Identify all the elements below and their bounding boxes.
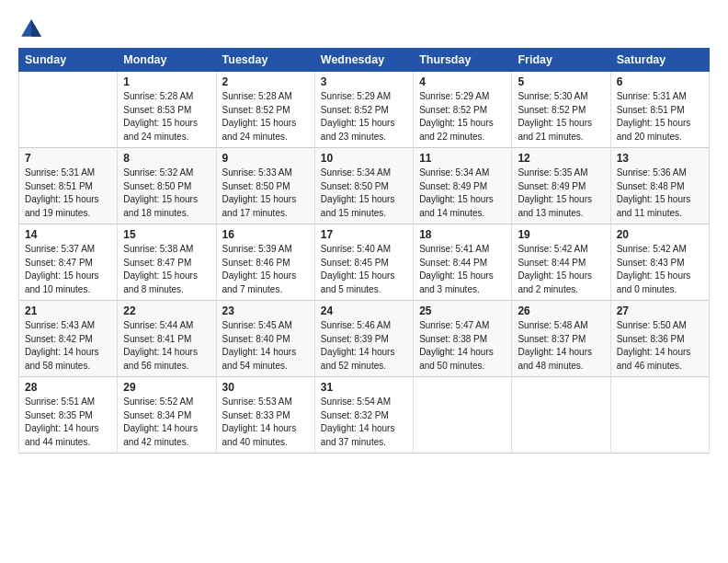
- day-number: 9: [222, 152, 309, 165]
- calendar-cell: 18Sunrise: 5:41 AM Sunset: 8:44 PM Dayli…: [414, 224, 512, 301]
- calendar-cell: 31Sunrise: 5:54 AM Sunset: 8:32 PM Dayli…: [314, 377, 413, 454]
- calendar-cell: 10Sunrise: 5:34 AM Sunset: 8:50 PM Dayli…: [314, 148, 413, 224]
- day-info: Sunrise: 5:36 AM Sunset: 8:48 PM Dayligh…: [617, 167, 703, 220]
- day-info: Sunrise: 5:42 AM Sunset: 8:43 PM Dayligh…: [617, 243, 703, 296]
- calendar-cell: 3Sunrise: 5:29 AM Sunset: 8:52 PM Daylig…: [314, 72, 413, 148]
- calendar-header-row: SundayMondayTuesdayWednesdayThursdayFrid…: [19, 49, 710, 72]
- day-number: 27: [617, 304, 703, 317]
- day-info: Sunrise: 5:35 AM Sunset: 8:49 PM Dayligh…: [518, 167, 604, 220]
- day-number: 31: [321, 381, 407, 394]
- day-info: Sunrise: 5:34 AM Sunset: 8:50 PM Dayligh…: [321, 167, 407, 220]
- day-number: 15: [123, 228, 210, 241]
- day-info: Sunrise: 5:43 AM Sunset: 8:42 PM Dayligh…: [25, 319, 111, 373]
- day-info: Sunrise: 5:38 AM Sunset: 8:47 PM Dayligh…: [123, 243, 210, 296]
- header: [18, 17, 710, 42]
- day-number: 17: [321, 228, 407, 241]
- day-number: 29: [123, 381, 210, 394]
- day-info: Sunrise: 5:29 AM Sunset: 8:52 PM Dayligh…: [419, 90, 506, 144]
- day-info: Sunrise: 5:42 AM Sunset: 8:44 PM Dayligh…: [518, 243, 604, 296]
- day-info: Sunrise: 5:46 AM Sunset: 8:39 PM Dayligh…: [321, 319, 407, 373]
- calendar-cell: 15Sunrise: 5:38 AM Sunset: 8:47 PM Dayli…: [118, 224, 216, 301]
- calendar-cell: 14Sunrise: 5:37 AM Sunset: 8:47 PM Dayli…: [19, 224, 118, 301]
- day-number: 8: [123, 152, 210, 165]
- day-info: Sunrise: 5:32 AM Sunset: 8:50 PM Dayligh…: [123, 167, 210, 220]
- calendar-week-row: 21Sunrise: 5:43 AM Sunset: 8:42 PM Dayli…: [19, 301, 710, 377]
- calendar-cell: 28Sunrise: 5:51 AM Sunset: 8:35 PM Dayli…: [19, 377, 118, 454]
- calendar-cell: 21Sunrise: 5:43 AM Sunset: 8:42 PM Dayli…: [19, 301, 118, 377]
- day-number: 3: [321, 75, 407, 88]
- logo: [18, 17, 48, 42]
- calendar-table: SundayMondayTuesdayWednesdayThursdayFrid…: [18, 48, 710, 454]
- day-info: Sunrise: 5:31 AM Sunset: 8:51 PM Dayligh…: [617, 90, 703, 144]
- day-number: 7: [25, 152, 111, 165]
- calendar-week-row: 1Sunrise: 5:28 AM Sunset: 8:53 PM Daylig…: [19, 72, 710, 148]
- col-header-friday: Friday: [512, 49, 610, 72]
- day-number: 21: [25, 304, 111, 317]
- calendar-cell: [610, 377, 709, 454]
- day-number: 2: [222, 75, 309, 88]
- calendar-week-row: 7Sunrise: 5:31 AM Sunset: 8:51 PM Daylig…: [19, 148, 710, 224]
- col-header-sunday: Sunday: [19, 49, 118, 72]
- logo-icon: [18, 17, 44, 42]
- day-number: 10: [321, 152, 407, 165]
- day-number: 13: [617, 152, 703, 165]
- svg-marker-1: [31, 19, 41, 37]
- calendar-cell: 27Sunrise: 5:50 AM Sunset: 8:36 PM Dayli…: [610, 301, 709, 377]
- calendar-cell: 2Sunrise: 5:28 AM Sunset: 8:52 PM Daylig…: [216, 72, 314, 148]
- day-info: Sunrise: 5:41 AM Sunset: 8:44 PM Dayligh…: [419, 243, 506, 296]
- calendar-cell: 16Sunrise: 5:39 AM Sunset: 8:46 PM Dayli…: [216, 224, 314, 301]
- day-number: 19: [518, 228, 604, 241]
- day-number: 23: [222, 304, 309, 317]
- day-info: Sunrise: 5:54 AM Sunset: 8:32 PM Dayligh…: [321, 396, 407, 449]
- day-info: Sunrise: 5:51 AM Sunset: 8:35 PM Dayligh…: [25, 396, 111, 449]
- calendar-cell: 12Sunrise: 5:35 AM Sunset: 8:49 PM Dayli…: [512, 148, 610, 224]
- calendar-cell: 4Sunrise: 5:29 AM Sunset: 8:52 PM Daylig…: [414, 72, 512, 148]
- col-header-thursday: Thursday: [414, 49, 512, 72]
- page: SundayMondayTuesdayWednesdayThursdayFrid…: [0, 0, 728, 463]
- calendar-cell: 30Sunrise: 5:53 AM Sunset: 8:33 PM Dayli…: [216, 377, 314, 454]
- day-number: 1: [123, 75, 210, 88]
- day-info: Sunrise: 5:33 AM Sunset: 8:50 PM Dayligh…: [222, 167, 309, 220]
- day-info: Sunrise: 5:53 AM Sunset: 8:33 PM Dayligh…: [222, 396, 309, 449]
- calendar-cell: [512, 377, 610, 454]
- day-info: Sunrise: 5:31 AM Sunset: 8:51 PM Dayligh…: [25, 167, 111, 220]
- calendar-cell: 8Sunrise: 5:32 AM Sunset: 8:50 PM Daylig…: [118, 148, 216, 224]
- calendar-cell: 23Sunrise: 5:45 AM Sunset: 8:40 PM Dayli…: [216, 301, 314, 377]
- day-number: 16: [222, 228, 309, 241]
- calendar-cell: [19, 72, 118, 148]
- day-info: Sunrise: 5:37 AM Sunset: 8:47 PM Dayligh…: [25, 243, 111, 296]
- day-number: 25: [419, 304, 506, 317]
- day-number: 11: [419, 152, 506, 165]
- day-number: 28: [25, 381, 111, 394]
- day-info: Sunrise: 5:30 AM Sunset: 8:52 PM Dayligh…: [518, 90, 604, 144]
- day-number: 6: [617, 75, 703, 88]
- col-header-wednesday: Wednesday: [314, 49, 413, 72]
- day-number: 5: [518, 75, 604, 88]
- day-number: 4: [419, 75, 506, 88]
- calendar-cell: 26Sunrise: 5:48 AM Sunset: 8:37 PM Dayli…: [512, 301, 610, 377]
- calendar-cell: 22Sunrise: 5:44 AM Sunset: 8:41 PM Dayli…: [118, 301, 216, 377]
- day-info: Sunrise: 5:52 AM Sunset: 8:34 PM Dayligh…: [123, 396, 210, 449]
- calendar-cell: 5Sunrise: 5:30 AM Sunset: 8:52 PM Daylig…: [512, 72, 610, 148]
- day-number: 12: [518, 152, 604, 165]
- calendar-cell: 9Sunrise: 5:33 AM Sunset: 8:50 PM Daylig…: [216, 148, 314, 224]
- day-number: 20: [617, 228, 703, 241]
- day-number: 18: [419, 228, 506, 241]
- day-info: Sunrise: 5:44 AM Sunset: 8:41 PM Dayligh…: [123, 319, 210, 373]
- day-info: Sunrise: 5:29 AM Sunset: 8:52 PM Dayligh…: [321, 90, 407, 144]
- day-info: Sunrise: 5:50 AM Sunset: 8:36 PM Dayligh…: [617, 319, 703, 373]
- day-info: Sunrise: 5:34 AM Sunset: 8:49 PM Dayligh…: [419, 167, 506, 220]
- col-header-saturday: Saturday: [610, 49, 709, 72]
- day-info: Sunrise: 5:28 AM Sunset: 8:52 PM Dayligh…: [222, 90, 309, 144]
- calendar-cell: 13Sunrise: 5:36 AM Sunset: 8:48 PM Dayli…: [610, 148, 709, 224]
- calendar-cell: 6Sunrise: 5:31 AM Sunset: 8:51 PM Daylig…: [610, 72, 709, 148]
- col-header-monday: Monday: [118, 49, 216, 72]
- calendar-cell: 24Sunrise: 5:46 AM Sunset: 8:39 PM Dayli…: [314, 301, 413, 377]
- calendar-cell: 20Sunrise: 5:42 AM Sunset: 8:43 PM Dayli…: [610, 224, 709, 301]
- col-header-tuesday: Tuesday: [216, 49, 314, 72]
- calendar-cell: 1Sunrise: 5:28 AM Sunset: 8:53 PM Daylig…: [118, 72, 216, 148]
- day-number: 22: [123, 304, 210, 317]
- calendar-week-row: 28Sunrise: 5:51 AM Sunset: 8:35 PM Dayli…: [19, 377, 710, 454]
- calendar-cell: [414, 377, 512, 454]
- calendar-cell: 7Sunrise: 5:31 AM Sunset: 8:51 PM Daylig…: [19, 148, 118, 224]
